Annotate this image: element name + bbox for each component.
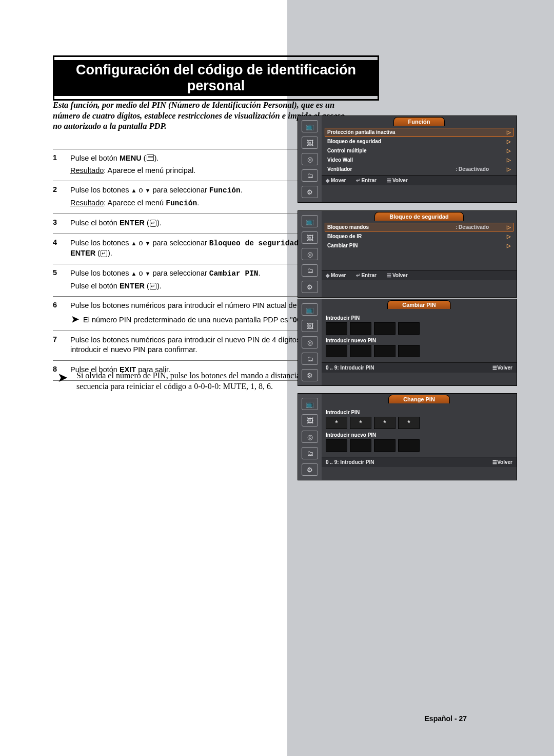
osd-row: Bloqueo de IR▷ [325,232,513,241]
sidebar-icon: ◎ [302,153,318,165]
enter-icon: ↵ [150,220,156,227]
osd-sidebar: 📺 🖼 ◎ 🗂 ⚙ [298,211,322,297]
pin-cell [374,322,395,335]
sidebar-icon: ◎ [302,431,318,443]
osd-footer: 0 .. 9: Introducir PIN ☰Volver [322,362,517,373]
sidebar-icon: 🖼 [302,231,318,244]
osd-row: Video Wall▷ [325,156,513,164]
sidebar-icon: 🗂 [302,169,318,182]
up-triangle-icon: ▲ [131,187,137,193]
caret-right-icon: ▷ [507,166,511,172]
caret-right-icon: ▷ [507,157,511,163]
pin-cell [326,439,347,452]
sidebar-icon: 🗂 [302,447,318,459]
sidebar-icon: 🗂 [302,353,318,365]
arrow-icon: ➤ [58,371,67,385]
pin-cell [350,322,371,335]
sidebar-icon: ⚙ [302,463,318,476]
pin-cells [326,417,512,429]
menu-icon [147,154,154,161]
up-triangle-icon: ▲ [131,240,137,246]
pin-cells [326,345,512,357]
caret-right-icon: ▷ [507,224,511,230]
pin-cell [374,439,395,452]
osd-panel-change-pin: 📺 🖼 ◎ 🗂 ⚙ Change PIN Introducir PIN Intr… [298,393,517,480]
sidebar-icon: 📺 [302,215,318,227]
caret-right-icon: ▷ [507,139,511,144]
pin-label: Introducir PIN [326,410,512,415]
pin-cell [374,417,395,429]
menu-icon: ☰ [387,178,391,183]
osd-row: Protección pantalla inactiva▷ [325,128,513,137]
sidebar-icon: ⚙ [302,186,318,198]
sidebar-icon: ⚙ [302,281,318,293]
osd-sidebar: 📺 🖼 ◎ 🗂 ⚙ [298,394,322,480]
pin-cell [326,345,347,357]
down-triangle-icon: ▼ [145,270,151,277]
pin-cell [326,322,347,335]
osd-footer: ◆Mover ↵Entrar ☰Volver [322,270,517,280]
pin-cells [326,439,512,452]
down-triangle-icon: ▼ [145,240,151,246]
enter-icon: ↵ [356,178,360,183]
step-number: 5 [53,268,70,291]
osd-menu-rows: Bloqueo mandos: Desactivado▷ Bloqueo de … [322,221,517,251]
caret-right-icon: ▷ [507,234,511,239]
pin-cell [350,345,371,357]
osd-row: Ventilador: Desactivado▷ [325,165,513,173]
menu-icon: ☰ [387,273,391,278]
menu-icon: ☰ [492,459,497,465]
osd-row: Bloqueo mandos: Desactivado▷ [325,223,513,231]
sidebar-icon: 🖼 [302,320,318,332]
page-title: Configuración del código de identificaci… [54,60,378,96]
pin-cells [326,322,512,335]
pin-label: Introducir PIN [326,315,512,321]
pin-cell [326,417,347,429]
step-number: 4 [53,238,70,259]
step-number: 6 [53,301,70,325]
sidebar-icon: ◎ [302,336,318,348]
enter-icon: ↵ [101,250,107,257]
pin-label: Introducir nuevo PIN [326,338,512,343]
sidebar-icon: ⚙ [302,369,318,381]
osd-tab-title: Función [393,117,445,126]
down-triangle-icon: ▼ [145,187,151,193]
osd-panel-cambiar-pin: 📺 🖼 ◎ 🗂 ⚙ Cambiar PIN Introducir PIN Int… [298,299,517,386]
pin-cell [398,417,420,429]
osd-tab-title: Cambiar PIN [387,300,450,309]
caret-right-icon: ▷ [507,148,511,153]
step-number: 2 [53,185,70,208]
step-number: 1 [53,153,70,176]
osd-sidebar: 📺 🖼 ◎ 🗂 ⚙ [298,299,322,385]
osd-row: Control múltiple▷ [325,146,513,155]
step-number: 3 [53,218,70,228]
updown-icon: ◆ [326,273,330,278]
arrow-icon: ➤ [71,314,79,324]
osd-tab-title: Change PIN [388,395,450,403]
sidebar-icon: 🖼 [302,137,318,149]
pin-cell [398,322,420,335]
pin-label: Introducir nuevo PIN [326,432,512,438]
updown-icon: ◆ [326,178,330,183]
osd-sidebar: 📺 🖼 ◎ 🗂 ⚙ [298,116,322,202]
title-box: Configuración del código de identificaci… [53,55,379,101]
sidebar-icon: 🗂 [302,264,318,277]
step-number: 7 [53,335,70,355]
pin-cell [398,439,420,452]
osd-footer: 0 .. 9: Introducir PIN ☰Volver [322,457,517,467]
sidebar-icon: ◎ [302,248,318,260]
pin-cell [350,417,371,429]
pin-cell [398,345,420,357]
sidebar-icon: 📺 [302,120,318,132]
osd-menu-rows: Protección pantalla inactiva▷ Bloqueo de… [322,126,517,175]
caret-right-icon: ▷ [507,243,511,248]
enter-icon: ↵ [356,273,360,278]
osd-row: Bloqueo de seguridad▷ [325,137,513,146]
pin-cell [374,345,395,357]
osd-panel-funcion: 📺 🖼 ◎ 🗂 ⚙ Función Protección pantalla in… [298,115,517,203]
page-footer: Español - 27 [425,714,467,723]
osd-tab-title: Bloqueo de seguridad [374,212,464,221]
osd-row: Cambiar PIN▷ [325,241,513,250]
up-triangle-icon: ▲ [131,270,137,277]
osd-panel-bloqueo: 📺 🖼 ◎ 🗂 ⚙ Bloqueo de seguridad Bloqueo m… [298,210,517,298]
